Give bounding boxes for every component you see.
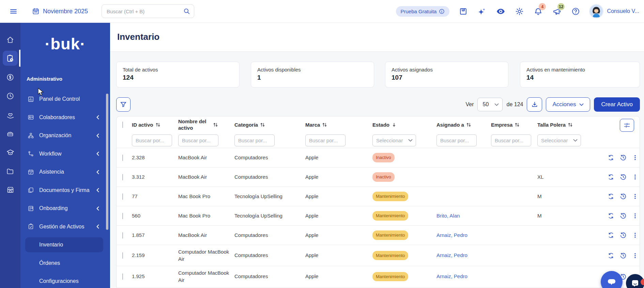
chevron-left-icon[interactable] bbox=[96, 151, 99, 156]
rail-item-dollar-circle[interactable] bbox=[3, 70, 18, 85]
row-history-icon[interactable] bbox=[620, 154, 627, 161]
column-header-asignado[interactable]: Asignado a bbox=[436, 122, 491, 128]
menu-toggle-button[interactable] bbox=[7, 5, 19, 17]
row-checkbox[interactable] bbox=[122, 213, 123, 219]
filter-input-id[interactable] bbox=[132, 134, 172, 146]
download-button[interactable] bbox=[527, 97, 542, 112]
row-menu-icon[interactable] bbox=[632, 252, 638, 259]
sort-desc-icon[interactable] bbox=[392, 122, 396, 127]
row-checkbox[interactable] bbox=[122, 193, 123, 200]
row-menu-icon[interactable] bbox=[632, 174, 638, 180]
rail-item-storefront[interactable] bbox=[3, 182, 18, 197]
sort-icon[interactable] bbox=[322, 122, 327, 127]
row-menu-icon[interactable] bbox=[632, 193, 638, 200]
ai-assistant-button[interactable] bbox=[477, 6, 487, 16]
sidebar-item-asistencia[interactable]: Asistencia bbox=[20, 165, 110, 179]
row-refresh-icon[interactable] bbox=[608, 252, 614, 259]
filter-input-empresa[interactable] bbox=[491, 134, 531, 146]
sidebar-scrollbar[interactable] bbox=[106, 94, 108, 230]
trial-badge[interactable]: Prueba Gratuita bbox=[396, 6, 450, 17]
chevron-left-icon[interactable] bbox=[96, 170, 99, 174]
sort-icon[interactable] bbox=[260, 122, 265, 127]
row-refresh-icon[interactable] bbox=[608, 232, 614, 239]
rail-item-gift[interactable] bbox=[3, 126, 18, 141]
row-history-icon[interactable] bbox=[620, 252, 627, 259]
row-refresh-icon[interactable] bbox=[608, 193, 614, 200]
rail-item-clipboard-clock[interactable] bbox=[3, 51, 18, 66]
settings-button[interactable] bbox=[514, 6, 524, 16]
chevron-left-icon[interactable] bbox=[96, 115, 99, 119]
sidebar-subitem-ordenes[interactable]: Órdenes bbox=[25, 256, 103, 271]
row-checkbox[interactable] bbox=[122, 252, 123, 259]
filter-select-estado[interactable]: Seleccionar bbox=[372, 134, 416, 146]
column-header-marca[interactable]: Marca bbox=[305, 122, 372, 128]
sidebar-item-documentos-y-firma[interactable]: Documentos y Firma bbox=[20, 183, 110, 197]
rail-item-clock[interactable] bbox=[3, 89, 18, 103]
row-refresh-icon[interactable] bbox=[608, 174, 614, 180]
column-header-categoria[interactable]: Categoría bbox=[234, 122, 305, 128]
page-size-select[interactable]: 50 bbox=[477, 98, 503, 111]
acciones-button[interactable]: Acciones bbox=[546, 97, 590, 112]
row-menu-icon[interactable] bbox=[632, 154, 638, 161]
sidebar-item-panel-de-control[interactable]: Panel de Control bbox=[20, 92, 110, 106]
row-history-icon[interactable] bbox=[620, 174, 627, 180]
chevron-left-icon[interactable] bbox=[96, 133, 99, 138]
announcements-button[interactable]: 12 bbox=[552, 6, 562, 16]
sort-icon[interactable] bbox=[568, 122, 572, 127]
assigned-link[interactable]: Arnaiz, Pedro bbox=[436, 273, 467, 279]
sidebar-subitem-inventario[interactable]: Inventario bbox=[25, 237, 103, 252]
column-header-empresa[interactable]: Empresa bbox=[491, 122, 537, 128]
column-settings-button[interactable] bbox=[620, 119, 634, 132]
rail-item-folder[interactable] bbox=[3, 164, 18, 179]
sidebar-item-gestion-de-activos[interactable]: Gestión de Activos bbox=[20, 220, 110, 234]
row-history-icon[interactable] bbox=[620, 193, 627, 200]
column-header-estado[interactable]: Estado bbox=[372, 122, 436, 128]
notifications-button[interactable]: 4 bbox=[533, 6, 543, 16]
row-refresh-icon[interactable] bbox=[608, 154, 614, 161]
filter-button[interactable] bbox=[116, 97, 131, 112]
chevron-left-icon[interactable] bbox=[96, 206, 99, 211]
column-header-nombre[interactable]: Nombre del activo bbox=[178, 118, 234, 131]
help-button[interactable] bbox=[570, 6, 581, 16]
sidebar-item-organizacion[interactable]: Organización bbox=[20, 129, 110, 142]
rail-item-graduation-cap[interactable] bbox=[3, 145, 18, 160]
period-selector[interactable]: Noviembre 2025 bbox=[32, 7, 88, 15]
assigned-link[interactable]: Arnaiz, Pedro bbox=[436, 232, 467, 238]
crear-activo-button[interactable]: Crear Activo bbox=[594, 97, 640, 112]
row-checkbox[interactable] bbox=[122, 273, 123, 280]
sort-icon[interactable] bbox=[213, 122, 218, 127]
global-search[interactable] bbox=[102, 4, 194, 18]
rail-item-hand-heart[interactable] bbox=[3, 108, 18, 123]
chevron-left-icon[interactable] bbox=[96, 224, 99, 229]
filter-input-marca[interactable] bbox=[305, 134, 346, 146]
sidebar-subitem-configuraciones[interactable]: Configuraciones bbox=[25, 274, 103, 288]
row-checkbox[interactable] bbox=[122, 155, 123, 161]
row-refresh-icon[interactable] bbox=[608, 212, 614, 219]
column-header-talla[interactable]: Talla Polera bbox=[537, 122, 603, 128]
sidebar-item-workflow[interactable]: Workflow bbox=[20, 147, 110, 161]
row-menu-icon[interactable] bbox=[632, 232, 638, 239]
column-header-id[interactable]: ID activo bbox=[132, 122, 178, 128]
user-menu[interactable]: Consuelo V... bbox=[589, 4, 639, 18]
chevron-left-icon[interactable] bbox=[96, 188, 99, 192]
filter-input-categoria[interactable] bbox=[234, 134, 275, 146]
filter-input-nombre[interactable] bbox=[178, 134, 218, 146]
assigned-link[interactable]: Arnaiz, Pedro bbox=[436, 252, 467, 258]
sidebar-item-onboarding[interactable]: Onboarding bbox=[20, 202, 110, 215]
filter-select-talla[interactable]: Seleccionar bbox=[537, 134, 581, 146]
row-history-icon[interactable] bbox=[620, 232, 627, 239]
row-checkbox[interactable] bbox=[122, 174, 123, 180]
global-search-input[interactable] bbox=[107, 9, 183, 14]
sort-icon[interactable] bbox=[466, 122, 471, 127]
row-checkbox[interactable] bbox=[122, 232, 123, 239]
sort-icon[interactable] bbox=[156, 122, 160, 127]
filter-input-asignado[interactable] bbox=[436, 134, 477, 146]
rail-item-home[interactable] bbox=[3, 32, 18, 47]
view-mode-button[interactable] bbox=[495, 6, 506, 16]
row-history-icon[interactable] bbox=[620, 212, 627, 219]
sidebar-item-colaboradores[interactable]: Colaboradores bbox=[20, 111, 110, 124]
row-menu-icon[interactable] bbox=[632, 212, 638, 219]
bookmark-button[interactable] bbox=[458, 6, 468, 16]
assigned-link[interactable]: Brito, Alan bbox=[436, 213, 460, 219]
select-all-checkbox[interactable] bbox=[122, 122, 123, 128]
